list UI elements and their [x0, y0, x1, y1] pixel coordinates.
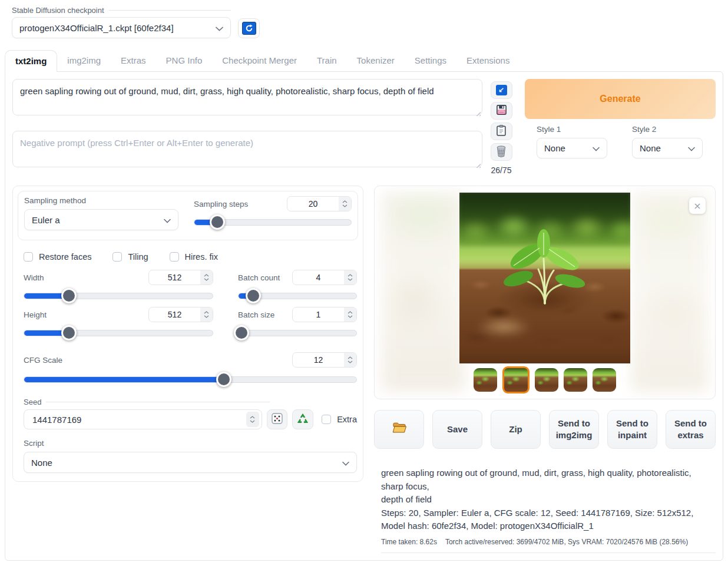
- checkpoint-label: Stable Diffusion checkpoint: [12, 6, 231, 15]
- style2-dropdown[interactable]: None: [632, 138, 703, 158]
- gallery-blur-backdrop: [631, 192, 708, 392]
- batch-size-input[interactable]: [292, 307, 357, 322]
- spinner-icon[interactable]: [246, 412, 259, 427]
- chevron-down-icon: [342, 458, 349, 468]
- gallery-thumbnail-1[interactable]: [474, 368, 497, 392]
- chevron-down-icon: [216, 23, 223, 33]
- clipboard-icon: [497, 125, 506, 138]
- height-label: Height: [24, 310, 47, 319]
- close-gallery-button[interactable]: ×: [689, 197, 706, 214]
- gallery-thumbnail-4[interactable]: [564, 368, 587, 392]
- sampling-method-dropdown[interactable]: Euler a: [24, 209, 178, 230]
- generation-info: green sapling rowing out of ground, mud,…: [374, 467, 716, 553]
- sampling-method-label: Sampling method: [24, 196, 178, 205]
- txt2img-panel: green sapling rowing out of ground, mud,…: [5, 71, 723, 561]
- chevron-down-icon: [164, 215, 171, 225]
- gallery-blur-backdrop: [382, 192, 465, 392]
- spinner-icon[interactable]: [344, 270, 356, 284]
- extra-seed-checkbox[interactable]: Extra: [322, 415, 357, 424]
- apply-style-button[interactable]: [491, 123, 512, 140]
- spinner-icon[interactable]: [344, 353, 356, 367]
- gallery-thumbnail-3[interactable]: [535, 368, 558, 392]
- tab-tokenizer[interactable]: Tokenizer: [347, 50, 405, 71]
- sampling-steps-slider[interactable]: [194, 216, 352, 229]
- spinner-icon[interactable]: [339, 197, 351, 211]
- tab-checkpoint-merger[interactable]: Checkpoint Merger: [212, 50, 307, 71]
- image-actions: Save Zip Send to img2img Send to inpaint…: [374, 410, 716, 449]
- generate-button[interactable]: Generate: [525, 79, 716, 119]
- tab-txt2img[interactable]: txt2img: [5, 50, 57, 72]
- cfg-scale-slider[interactable]: [24, 373, 357, 386]
- checkpoint-dropdown[interactable]: protogenX34OfficialR_1.ckpt [60fe2f34]: [12, 17, 231, 38]
- tab-settings[interactable]: Settings: [405, 50, 456, 71]
- height-slider[interactable]: [24, 326, 213, 339]
- style1-label: Style 1: [537, 125, 607, 134]
- generated-image[interactable]: [459, 193, 630, 363]
- output-params-text: Steps: 20, Sampler: Euler a, CFG scale: …: [381, 507, 716, 533]
- width-slider[interactable]: [24, 289, 213, 302]
- sampling-steps-label: Sampling steps: [194, 200, 248, 209]
- open-folder-button[interactable]: [374, 410, 424, 449]
- width-input[interactable]: [148, 270, 213, 285]
- batch-size-label: Batch size: [238, 310, 274, 319]
- tab-bar: txt2img img2img Extras PNG Info Checkpoi…: [5, 50, 723, 71]
- tab-png-info[interactable]: PNG Info: [156, 50, 213, 71]
- style2-label: Style 2: [632, 125, 703, 134]
- spinner-icon[interactable]: [200, 270, 213, 284]
- restore-faces-checkbox[interactable]: Restore faces: [24, 252, 91, 262]
- width-label: Width: [24, 273, 44, 282]
- hires-fix-checkbox[interactable]: Hires. fix: [170, 252, 218, 262]
- seed-label: Seed: [24, 398, 270, 406]
- save-button[interactable]: Save: [432, 410, 482, 449]
- close-icon: ×: [693, 200, 701, 211]
- chevron-down-icon: [688, 143, 695, 153]
- prompt-tools: ↙ 26/75: [488, 79, 514, 175]
- checkpoint-dropdown-value: protogenX34OfficialR_1.ckpt [60fe2f34]: [19, 23, 174, 33]
- seed-input[interactable]: [24, 409, 262, 429]
- folder-icon: [392, 422, 406, 436]
- batch-count-label: Batch count: [238, 273, 280, 282]
- paste-arrow-icon: ↙: [496, 85, 507, 95]
- zip-button[interactable]: Zip: [491, 410, 541, 449]
- spinner-icon[interactable]: [200, 307, 213, 322]
- tab-extensions[interactable]: Extensions: [456, 50, 519, 71]
- tab-img2img[interactable]: img2img: [57, 50, 111, 71]
- sapling-illustration: [501, 228, 589, 305]
- clear-prompt-button[interactable]: [491, 143, 512, 161]
- height-input[interactable]: [148, 307, 213, 322]
- performance-info: Time taken: 8.62sTorch active/reserved: …: [381, 537, 716, 553]
- prompt-input[interactable]: green sapling rowing out of ground, mud,…: [12, 79, 482, 115]
- tab-extras[interactable]: Extras: [111, 50, 156, 71]
- cfg-scale-input[interactable]: [292, 352, 357, 368]
- style1-dropdown[interactable]: None: [537, 138, 607, 158]
- reuse-seed-button[interactable]: [292, 409, 313, 429]
- save-style-button[interactable]: [491, 102, 512, 120]
- sampling-steps-input[interactable]: [287, 196, 352, 211]
- cfg-scale-label: CFG Scale: [24, 356, 62, 365]
- refresh-checkpoints-button[interactable]: [238, 18, 260, 38]
- trash-icon: [496, 145, 507, 159]
- script-dropdown[interactable]: None: [24, 452, 357, 473]
- token-counter: 26/75: [491, 166, 511, 175]
- sd-webui-app: Stable Diffusion checkpoint protogenX34O…: [0, 0, 728, 569]
- send-to-img2img-button[interactable]: Send to img2img: [549, 410, 599, 449]
- batch-count-slider[interactable]: [238, 289, 357, 302]
- output-prompt-text: depth of field: [381, 493, 716, 507]
- gallery-thumbnail-2-selected[interactable]: [502, 366, 530, 393]
- paste-params-button[interactable]: ↙: [491, 81, 512, 99]
- send-to-inpaint-button[interactable]: Send to inpaint: [607, 410, 657, 449]
- refresh-icon: [242, 22, 256, 35]
- tab-train[interactable]: Train: [307, 50, 347, 71]
- negative-prompt-input[interactable]: [12, 131, 482, 167]
- recycle-icon: [297, 413, 309, 426]
- random-seed-button[interactable]: [267, 409, 288, 429]
- send-to-extras-button[interactable]: Send to extras: [666, 410, 716, 449]
- gallery-thumbnail-5[interactable]: [593, 368, 616, 392]
- tiling-checkbox[interactable]: Tiling: [112, 252, 148, 262]
- batch-size-slider[interactable]: [238, 326, 357, 339]
- spinner-icon[interactable]: [344, 307, 356, 322]
- result-gallery: ×: [374, 186, 716, 399]
- batch-count-input[interactable]: [292, 270, 357, 285]
- generation-settings: Sampling method Euler a Sampling steps: [12, 186, 363, 482]
- header: Stable Diffusion checkpoint protogenX34O…: [12, 6, 716, 38]
